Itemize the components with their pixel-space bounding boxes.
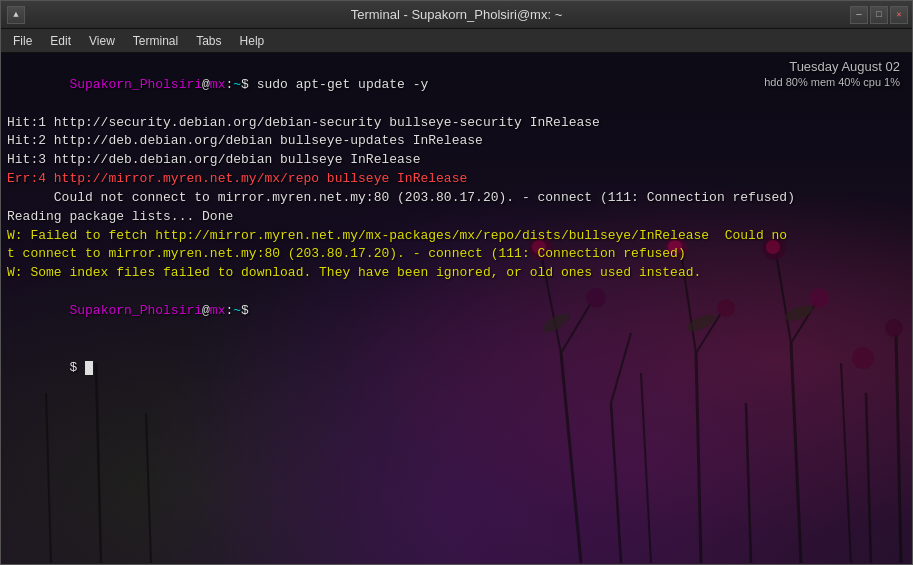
menu-edit[interactable]: Edit (42, 32, 79, 50)
titlebar-right-controls: ─ □ ✕ (850, 6, 912, 24)
terminal-line-6: Could not connect to mirror.myren.net.my… (7, 189, 906, 208)
terminal-line-2: Hit:1 http://security.debian.org/debian-… (7, 114, 906, 133)
menu-file[interactable]: File (5, 32, 40, 50)
titlebar-title: Terminal - Supakorn_Pholsiri@mx: ~ (351, 7, 563, 22)
close-button[interactable]: ✕ (890, 6, 908, 24)
prompt-at-2: @ (202, 303, 210, 318)
menu-view[interactable]: View (81, 32, 123, 50)
terminal-line-7: Reading package lists... Done (7, 208, 906, 227)
terminal-line-9: t connect to mirror.myren.net.my:80 (203… (7, 245, 906, 264)
prompt-user-2: Supakorn_Pholsiri (69, 303, 202, 318)
titlebar-left-controls: ▲ (1, 6, 25, 24)
maximize-button[interactable]: □ (870, 6, 888, 24)
prompt-host: mx (210, 77, 226, 92)
titlebar: ▲ Terminal - Supakorn_Pholsiri@mx: ~ ─ □… (1, 1, 912, 29)
titlebar-up-button[interactable]: ▲ (7, 6, 25, 24)
prompt-dollar-1: $ sudo apt-get update -y (241, 77, 428, 92)
terminal-cursor (85, 361, 93, 375)
menu-help[interactable]: Help (232, 32, 273, 50)
input-dollar: $ (69, 360, 85, 375)
prompt-dollar-2: $ (241, 303, 249, 318)
prompt-path-2: ~ (233, 303, 241, 318)
terminal-line-1: Supakorn_Pholsiri@mx:~$ sudo apt-get upd… (7, 57, 906, 114)
prompt-path: ~ (233, 77, 241, 92)
prompt-host-2: mx (210, 303, 226, 318)
terminal-line-4: Hit:3 http://deb.debian.org/debian bulls… (7, 151, 906, 170)
minimize-button[interactable]: ─ (850, 6, 868, 24)
terminal-area[interactable]: Tuesday August 02 hdd 80% mem 40% cpu 1%… (1, 53, 912, 564)
terminal-line-10: W: Some index files failed to download. … (7, 264, 906, 283)
terminal-line-5: Err:4 http://mirror.myren.net.my/mx/repo… (7, 170, 906, 189)
terminal-output[interactable]: Supakorn_Pholsiri@mx:~$ sudo apt-get upd… (1, 53, 912, 564)
prompt-user: Supakorn_Pholsiri (69, 77, 202, 92)
terminal-line-11: Supakorn_Pholsiri@mx:~$ (7, 283, 906, 340)
terminal-line-12[interactable]: $ (7, 340, 906, 397)
menubar: File Edit View Terminal Tabs Help (1, 29, 912, 53)
terminal-window: ▲ Terminal - Supakorn_Pholsiri@mx: ~ ─ □… (0, 0, 913, 565)
menu-terminal[interactable]: Terminal (125, 32, 186, 50)
prompt-at: @ (202, 77, 210, 92)
terminal-line-8: W: Failed to fetch http://mirror.myren.n… (7, 227, 906, 246)
terminal-line-3: Hit:2 http://deb.debian.org/debian bulls… (7, 132, 906, 151)
menu-tabs[interactable]: Tabs (188, 32, 229, 50)
